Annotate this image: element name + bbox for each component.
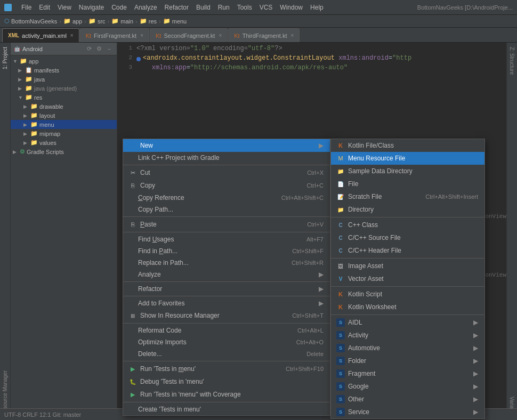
tab-first-fragment-kt[interactable]: Kt FirstFragment.kt ×	[80, 28, 149, 42]
submenu-item-directory[interactable]: 📁 Directory	[331, 203, 484, 216]
menu-vcs[interactable]: VCS	[256, 3, 276, 12]
ctx-item-label: Service	[348, 408, 369, 416]
tab-third-fragment-kt[interactable]: Kt ThirdFragment.kt ×	[228, 28, 300, 42]
ctx-item-find-in-path[interactable]: Find in Path... Ctrl+Shift+F	[123, 245, 330, 257]
gear-icon[interactable]: ⚙	[95, 45, 103, 53]
menu-edit[interactable]: Edit	[36, 3, 53, 12]
ctx-item-debug-tests[interactable]: 🐛 Debug 'Tests in 'menu'	[123, 375, 330, 388]
breadcrumb-menu[interactable]: 📁 menu	[163, 18, 187, 25]
ctx-item-replace-in-path[interactable]: Replace in Path... Ctrl+Shift+R	[123, 257, 330, 269]
structure-panel-label[interactable]: Z: Structure	[508, 43, 516, 79]
file-icon: 📄	[336, 180, 345, 188]
other-icon: S	[336, 395, 345, 403]
ctx-item-delete[interactable]: Delete... Delete	[123, 348, 330, 360]
menu-navigate[interactable]: Navigate	[76, 3, 107, 12]
ctx-item-run-tests[interactable]: ▶ Run 'Tests in menu' Ctrl+Shift+F10	[123, 362, 330, 375]
tree-item-java[interactable]: ▶ 📁 java	[11, 75, 117, 84]
ctx-item-reformat-code[interactable]: Reformat Code Ctrl+Alt+L	[123, 325, 330, 336]
project-tree: 🤖 Android ⟳ ⚙ − ▼ 📁 app ▶ 📋 manifests	[11, 43, 117, 420]
ctx-item-copy-reference[interactable]: Copy Reference Ctrl+Alt+Shift+C	[123, 192, 330, 204]
submenu-item-cpp-header[interactable]: C C/C++ Header File	[331, 244, 484, 257]
menu-view[interactable]: View	[54, 3, 75, 12]
submenu-item-fragment[interactable]: S Fragment ▶	[331, 367, 484, 380]
submenu-item-image-asset[interactable]: 🖼 Image Asset	[331, 260, 484, 272]
tab-close-icon[interactable]: ×	[70, 33, 74, 38]
tab-close-icon[interactable]: ×	[219, 33, 222, 38]
breadcrumb-project[interactable]: ⬡ BottomNavGeeks	[4, 18, 57, 25]
ctx-item-show-resource-manager[interactable]: ⊞ Show In Resource Manager Ctrl+Shift+T	[123, 309, 330, 322]
menu-file[interactable]: File	[18, 3, 35, 12]
tree-item-drawable[interactable]: ▶ 📁 drawable	[11, 102, 117, 111]
submenu-item-sample-data[interactable]: 📁 Sample Data Directory	[331, 165, 484, 177]
submenu-item-vector-asset[interactable]: V Vector Asset	[331, 272, 484, 285]
menu-code[interactable]: Code	[108, 3, 130, 12]
ctx-item-create-tests[interactable]: Create 'Tests in menu'	[123, 403, 330, 415]
tab-activity-main-xml[interactable]: XML activity_main.xml ×	[2, 28, 79, 42]
project-panel-label[interactable]: 1: Project	[1, 43, 9, 74]
submenu-item-menu-resource[interactable]: M Menu Resource File	[331, 152, 484, 165]
tab-close-icon[interactable]: ×	[140, 33, 143, 38]
submenu-item-google[interactable]: S Google ▶	[331, 380, 484, 393]
submenu-item-cpp-class[interactable]: C C++ Class	[331, 219, 484, 231]
ctx-item-label: Analyze	[138, 271, 161, 278]
ctx-item-refactor[interactable]: Refactor ▶	[123, 283, 330, 295]
collapse-icon[interactable]: −	[105, 45, 114, 53]
menu-analyze[interactable]: Analyze	[131, 3, 160, 12]
menu-window[interactable]: Window	[277, 3, 306, 12]
submenu-item-kotlin-file[interactable]: K Kotlin File/Class	[331, 139, 484, 152]
editor-area[interactable]: 1 <?xml version="1.0" encoding="utf-8"?>…	[117, 43, 506, 420]
ctx-item-cut[interactable]: ✂ Cut Ctrl+X	[123, 166, 330, 179]
sync-icon[interactable]: ⟳	[85, 45, 93, 53]
submenu-item-other[interactable]: S Other ▶	[331, 393, 484, 406]
line-content: xmlns:app="http://schemas.android.com/ap…	[136, 64, 506, 71]
breadcrumb-res[interactable]: 📁 res	[140, 18, 157, 25]
submenu-item-folder[interactable]: S Folder ▶	[331, 354, 484, 367]
tree-item-menu[interactable]: ▶ 📁 menu	[11, 120, 117, 129]
ctx-item-find-usages[interactable]: Find Usages Alt+F7	[123, 233, 330, 245]
menu-tools[interactable]: Tools	[234, 3, 255, 12]
ctx-shortcut: Ctrl+X	[307, 169, 324, 176]
tab-close-icon[interactable]: ×	[290, 33, 294, 38]
ctx-item-add-favorites[interactable]: Add to Favorites ▶	[123, 297, 330, 309]
tree-item-layout[interactable]: ▶ 📁 layout	[11, 111, 117, 120]
tree-item-mipmap[interactable]: ▶ 📁 mipmap	[11, 129, 117, 138]
submenu-item-automotive[interactable]: S Automotive ▶	[331, 342, 484, 354]
ctx-item-new[interactable]: New ▶	[123, 139, 330, 152]
ctx-item-label: Copy Reference	[138, 194, 184, 201]
ctx-item-label: File	[348, 180, 358, 188]
submenu-item-scratch-file[interactable]: 📝 Scratch File Ctrl+Alt+Shift+Insert	[331, 190, 484, 203]
submenu-item-kotlin-worksheet[interactable]: K Kotlin Worksheet	[331, 301, 484, 313]
breadcrumb-app[interactable]: 📁 app	[63, 18, 82, 25]
breadcrumb-main[interactable]: 📁 main	[111, 18, 133, 25]
ctx-item-copy-path[interactable]: Copy Path...	[123, 204, 330, 215]
tree-item-values[interactable]: ▶ 📁 values	[11, 138, 117, 147]
tree-item-app[interactable]: ▼ 📁 app	[11, 56, 117, 66]
tree-item-gradle[interactable]: ▶ ⚙ Gradle Scripts	[11, 147, 117, 156]
ctx-item-label: New	[140, 142, 153, 149]
debug-icon: 🐛	[128, 377, 137, 386]
tree-item-res[interactable]: ▼ 📁 res	[11, 93, 117, 102]
submenu-item-cpp-source[interactable]: C C/C++ Source File	[331, 231, 484, 244]
menu-help[interactable]: Help	[307, 3, 327, 12]
ctx-item-paste[interactable]: ⎘ Paste Ctrl+V	[123, 218, 330, 231]
tree-item-java-generated[interactable]: ▶ 📁 java (generated)	[11, 84, 117, 93]
tab-second-fragment-kt[interactable]: Kt SecondFragment.kt ×	[150, 28, 228, 42]
menu-run[interactable]: Run	[215, 3, 233, 12]
submenu-item-file[interactable]: 📄 File	[331, 177, 484, 190]
ctx-item-link-cpp[interactable]: Link C++ Project with Gradle	[123, 152, 330, 164]
submenu-item-activity[interactable]: S Activity ▶	[331, 329, 484, 342]
ctx-item-run-coverage[interactable]: ▶ Run 'Tests in 'menu'' with Coverage	[123, 388, 330, 401]
menu-refactor[interactable]: Refactor	[161, 3, 192, 12]
submenu-item-aidl[interactable]: S AIDL ▶	[331, 316, 484, 329]
menu-build[interactable]: Build	[193, 3, 214, 12]
breadcrumb-src[interactable]: 📁 src	[88, 18, 106, 25]
ctx-item-label: Vector Asset	[348, 275, 384, 282]
ctx-item-optimize-imports[interactable]: Optimize Imports Ctrl+Alt+O	[123, 336, 330, 348]
submenu-item-service[interactable]: S Service ▶	[331, 406, 484, 418]
ctx-item-copy[interactable]: ⎘ Copy Ctrl+C	[123, 179, 330, 192]
ctx-item-label: Replace in Path...	[138, 259, 189, 266]
ctx-item-label: Folder	[348, 357, 366, 365]
submenu-item-kotlin-script[interactable]: K Kotlin Script	[331, 288, 484, 301]
tree-item-manifests[interactable]: ▶ 📋 manifests	[11, 66, 117, 75]
ctx-item-analyze[interactable]: Analyze ▶	[123, 269, 330, 280]
